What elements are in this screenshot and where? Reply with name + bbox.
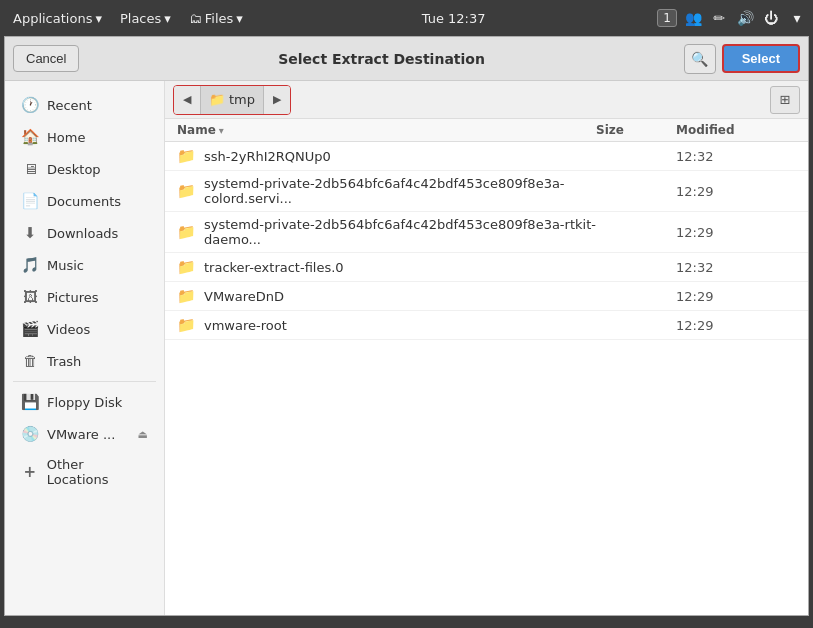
- view-toggle-button[interactable]: ⊞: [770, 86, 800, 114]
- sidebar-item-pictures[interactable]: 🖼 Pictures: [9, 281, 160, 313]
- files-menu[interactable]: 🗂 Files ▾: [182, 8, 250, 29]
- file-name: ssh-2yRhI2RQNUp0: [204, 149, 331, 164]
- search-button[interactable]: 🔍: [684, 44, 716, 74]
- nav-forward-button[interactable]: ▶: [264, 86, 290, 114]
- desktop-icon: 🖥: [21, 160, 39, 178]
- applications-menu[interactable]: Applications ▾: [6, 8, 109, 29]
- file-modified: 12:32: [676, 149, 796, 164]
- volume-icon[interactable]: 🔊: [735, 8, 755, 28]
- places-chevron-icon: ▾: [164, 11, 171, 26]
- breadcrumb-bar: ◀ 📁 tmp ▶ ⊞: [165, 81, 808, 119]
- sidebar-item-label: Floppy Disk: [47, 395, 122, 410]
- sidebar-item-label: Desktop: [47, 162, 101, 177]
- sidebar-item-label: Pictures: [47, 290, 98, 305]
- applications-chevron-icon: ▾: [95, 11, 102, 26]
- breadcrumb-folder[interactable]: 📁 tmp: [200, 86, 264, 114]
- folder-icon: 📁: [177, 316, 196, 334]
- sidebar-item-vmware[interactable]: 💿 VMware ... ⏏: [9, 418, 160, 450]
- sidebar-item-recent[interactable]: 🕐 Recent: [9, 89, 160, 121]
- table-row[interactable]: 📁 vmware-root 12:29: [165, 311, 808, 340]
- vmware-icon: 💿: [21, 425, 39, 443]
- dialog-title: Select Extract Destination: [79, 51, 683, 67]
- applications-label: Applications: [13, 11, 92, 26]
- eject-icon[interactable]: ⏏: [138, 428, 148, 441]
- sort-icon: ▾: [219, 125, 224, 136]
- table-row[interactable]: 📁 systemd-private-2db564bfc6af4c42bdf453…: [165, 171, 808, 212]
- files-label: Files: [205, 11, 234, 26]
- sidebar-separator: [13, 381, 156, 382]
- pen-icon[interactable]: ✏: [709, 8, 729, 28]
- folder-icon: 📁: [209, 92, 225, 107]
- table-row[interactable]: 📁 VMwareDnD 12:29: [165, 282, 808, 311]
- folder-icon: 📁: [177, 147, 196, 165]
- documents-icon: 📄: [21, 192, 39, 210]
- file-name-cell: 📁 tracker-extract-files.0: [177, 258, 596, 276]
- sidebar-item-documents[interactable]: 📄 Documents: [9, 185, 160, 217]
- trash-icon: 🗑: [21, 352, 39, 370]
- videos-icon: 🎬: [21, 320, 39, 338]
- table-row[interactable]: 📁 tracker-extract-files.0 12:32: [165, 253, 808, 282]
- file-name: systemd-private-2db564bfc6af4c42bdf453ce…: [204, 217, 596, 247]
- sidebar-item-label: VMware ...: [47, 427, 115, 442]
- clock: Tue 12:37: [254, 11, 653, 26]
- sidebar-item-label: Downloads: [47, 226, 118, 241]
- file-list: Name ▾ Size Modified 📁 ssh-2yRhI2RQNUp0 …: [165, 119, 808, 615]
- folder-icon: 📁: [177, 182, 196, 200]
- recent-icon: 🕐: [21, 96, 39, 114]
- dialog-header: Cancel Select Extract Destination 🔍 Sele…: [5, 37, 808, 81]
- column-modified[interactable]: Modified: [676, 123, 796, 137]
- sidebar-item-label: Trash: [47, 354, 81, 369]
- places-menu[interactable]: Places ▾: [113, 8, 178, 29]
- breadcrumb-folder-label: tmp: [229, 92, 255, 107]
- users-icon[interactable]: 👥: [683, 8, 703, 28]
- pictures-icon: 🖼: [21, 288, 39, 306]
- search-icon: 🔍: [691, 51, 708, 67]
- sidebar-item-videos[interactable]: 🎬 Videos: [9, 313, 160, 345]
- file-name: vmware-root: [204, 318, 287, 333]
- file-name: VMwareDnD: [204, 289, 284, 304]
- topbar-chevron-icon[interactable]: ▾: [787, 8, 807, 28]
- workspace-badge[interactable]: 1: [657, 9, 677, 27]
- file-name-cell: 📁 systemd-private-2db564bfc6af4c42bdf453…: [177, 217, 596, 247]
- column-name[interactable]: Name ▾: [177, 123, 596, 137]
- topbar: Applications ▾ Places ▾ 🗂 Files ▾ Tue 12…: [0, 0, 813, 36]
- dialog: Cancel Select Extract Destination 🔍 Sele…: [4, 36, 809, 616]
- nav-back-button[interactable]: ◀: [174, 86, 200, 114]
- sidebar-item-label: Recent: [47, 98, 92, 113]
- sidebar-item-desktop[interactable]: 🖥 Desktop: [9, 153, 160, 185]
- sidebar-item-other[interactable]: + Other Locations: [9, 450, 160, 494]
- file-rows-container: 📁 ssh-2yRhI2RQNUp0 12:32 📁 systemd-priva…: [165, 142, 808, 340]
- table-row[interactable]: 📁 ssh-2yRhI2RQNUp0 12:32: [165, 142, 808, 171]
- floppy-icon: 💾: [21, 393, 39, 411]
- file-name-cell: 📁 ssh-2yRhI2RQNUp0: [177, 147, 596, 165]
- home-icon: 🏠: [21, 128, 39, 146]
- table-row[interactable]: 📁 systemd-private-2db564bfc6af4c42bdf453…: [165, 212, 808, 253]
- music-icon: 🎵: [21, 256, 39, 274]
- folder-icon: 📁: [177, 258, 196, 276]
- sidebar-item-home[interactable]: 🏠 Home: [9, 121, 160, 153]
- power-icon[interactable]: ⏻: [761, 8, 781, 28]
- main-content: ◀ 📁 tmp ▶ ⊞ Name ▾: [165, 81, 808, 615]
- folder-icon: 📁: [177, 223, 196, 241]
- file-name: tracker-extract-files.0: [204, 260, 344, 275]
- view-icon: ⊞: [780, 92, 791, 107]
- cancel-button[interactable]: Cancel: [13, 45, 79, 72]
- file-modified: 12:29: [676, 318, 796, 333]
- sidebar-item-downloads[interactable]: ⬇ Downloads: [9, 217, 160, 249]
- column-size[interactable]: Size: [596, 123, 676, 137]
- files-icon: 🗂: [189, 11, 202, 26]
- sidebar-item-label: Other Locations: [47, 457, 148, 487]
- folder-icon: 📁: [177, 287, 196, 305]
- header-right: 🔍 Select: [684, 44, 800, 74]
- file-name: systemd-private-2db564bfc6af4c42bdf453ce…: [204, 176, 596, 206]
- breadcrumb-nav: ◀ 📁 tmp ▶: [173, 85, 291, 115]
- select-button[interactable]: Select: [722, 44, 800, 73]
- places-label: Places: [120, 11, 161, 26]
- sidebar-item-music[interactable]: 🎵 Music: [9, 249, 160, 281]
- sidebar-item-trash[interactable]: 🗑 Trash: [9, 345, 160, 377]
- sidebar-item-floppy[interactable]: 💾 Floppy Disk: [9, 386, 160, 418]
- file-name-cell: 📁 VMwareDnD: [177, 287, 596, 305]
- file-modified: 12:29: [676, 184, 796, 199]
- sidebar-item-label: Home: [47, 130, 85, 145]
- file-name-cell: 📁 systemd-private-2db564bfc6af4c42bdf453…: [177, 176, 596, 206]
